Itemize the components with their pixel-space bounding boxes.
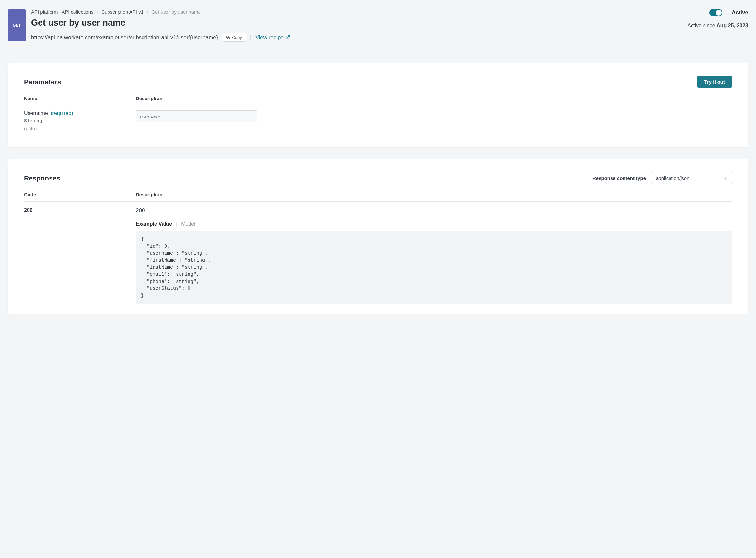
parameter-row: Username (required) String (path) <box>24 105 732 131</box>
response-code-cell: 200 <box>24 207 136 213</box>
active-since-prefix: Active since <box>687 23 716 28</box>
response-content-type-label: Response content type <box>593 175 646 181</box>
breadcrumb: API platform : API collections › Subscri… <box>31 9 672 15</box>
svg-line-2 <box>287 35 289 37</box>
response-row: 200 200 Example Value | Model { "id": 0,… <box>24 202 732 304</box>
breadcrumb-collection[interactable]: Subscription API v1 <box>101 9 144 15</box>
endpoint-url: https://api.na.workato.com/exampleuser/s… <box>31 34 218 41</box>
parameters-header: Parameters Try it out <box>24 76 732 88</box>
chevron-right-icon: › <box>97 9 98 14</box>
parameter-name-cell: Username (required) String (path) <box>24 110 136 131</box>
responses-title: Responses <box>24 174 60 182</box>
responses-header: Responses Response content type applicat… <box>24 172 732 184</box>
view-recipe-link[interactable]: View recipe <box>255 34 290 41</box>
column-header-description: Description <box>136 192 732 197</box>
parameter-name: Username <box>24 110 48 116</box>
copy-icon <box>226 36 230 40</box>
tab-example-value[interactable]: Example Value <box>136 221 172 227</box>
response-content-type-select[interactable]: application/json ▼ <box>651 172 732 184</box>
parameter-required-badge: (required) <box>51 110 73 116</box>
parameters-title: Parameters <box>24 78 61 86</box>
status-label: Active <box>732 9 748 16</box>
copy-button[interactable]: Copy <box>222 33 246 42</box>
separator: | <box>250 34 252 41</box>
active-since-date: Aug 25, 2023 <box>716 23 748 28</box>
try-it-out-button[interactable]: Try it out <box>697 76 732 88</box>
copy-label: Copy <box>232 35 242 40</box>
tab-model[interactable]: Model <box>181 221 195 227</box>
response-example-json: { "id": 0, "username": "string", "firstN… <box>136 231 732 304</box>
separator: | <box>176 221 177 227</box>
response-content-type-value: application/json <box>656 175 689 181</box>
status-toggle-row: Active <box>709 9 748 16</box>
active-toggle[interactable] <box>709 9 722 16</box>
breadcrumb-root[interactable]: API platform : API collections <box>31 9 94 15</box>
parameter-type: String <box>24 118 136 124</box>
column-header-description: Description <box>136 96 732 101</box>
parameter-in: (path) <box>24 126 136 131</box>
external-link-icon <box>286 34 290 41</box>
breadcrumb-current: Get user by user name <box>151 9 201 15</box>
response-desc-cell: 200 Example Value | Model { "id": 0, "us… <box>136 207 732 304</box>
header-main: API platform : API collections › Subscri… <box>31 9 672 42</box>
response-content-type-row: Response content type application/json ▼ <box>593 172 732 184</box>
column-header-code: Code <box>24 192 136 197</box>
response-example-tabs: Example Value | Model <box>136 221 732 227</box>
page-title: Get user by user name <box>31 18 672 28</box>
chevron-right-icon: › <box>147 9 148 14</box>
parameter-input-username[interactable] <box>136 110 257 123</box>
page-header: GET API platform : API collections › Sub… <box>8 9 748 51</box>
parameters-card: Parameters Try it out Name Description U… <box>8 63 748 148</box>
endpoint-url-row: https://api.na.workato.com/exampleuser/s… <box>31 33 672 42</box>
view-recipe-label: View recipe <box>255 34 284 41</box>
separator <box>727 9 727 16</box>
chevron-down-icon: ▼ <box>724 176 727 180</box>
response-description: 200 <box>136 207 732 214</box>
parameter-desc-cell <box>136 110 732 123</box>
response-code: 200 <box>24 207 33 213</box>
responses-card: Responses Response content type applicat… <box>8 159 748 314</box>
column-header-name: Name <box>24 96 136 101</box>
responses-table-header: Code Description <box>24 192 732 202</box>
active-since: Active since Aug 25, 2023 <box>687 23 748 28</box>
header-right: Active Active since Aug 25, 2023 <box>677 9 748 28</box>
http-method-badge: GET <box>8 9 26 42</box>
parameters-table-header: Name Description <box>24 96 732 105</box>
